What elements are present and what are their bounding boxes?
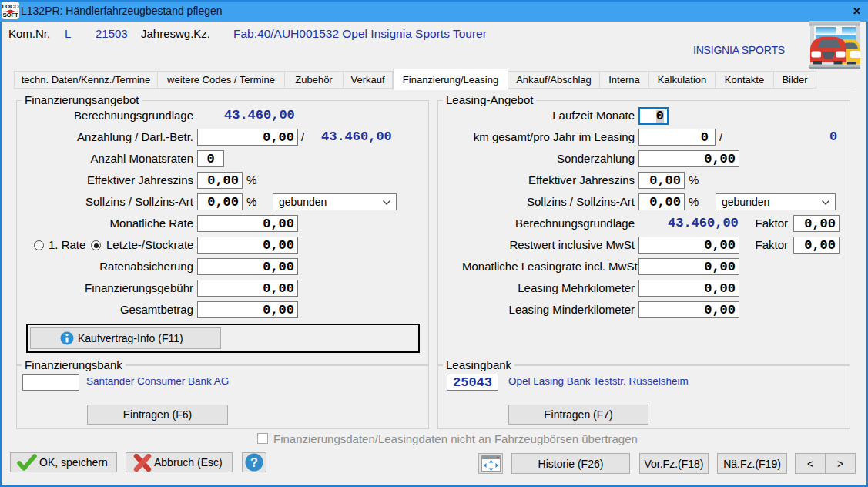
svg-text:?: ? [250, 456, 258, 469]
